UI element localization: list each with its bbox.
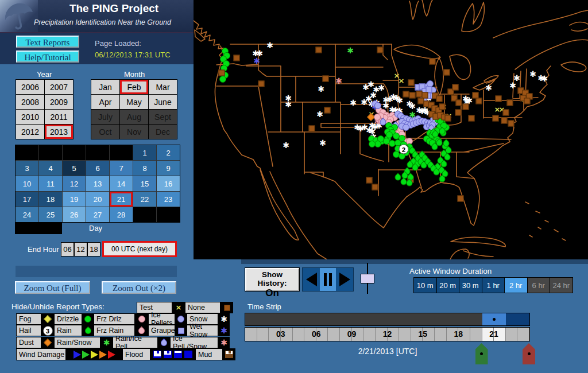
- marker-none[interactable]: [219, 70, 225, 76]
- zoom-out-x2-button[interactable]: Zoom Out (×2): [102, 281, 176, 294]
- marker-none[interactable]: [469, 115, 475, 122]
- legend-icon-cell[interactable]: [41, 313, 54, 325]
- year-2006[interactable]: 2006: [16, 80, 44, 94]
- show-history-toggle[interactable]: Show History: On: [245, 268, 299, 291]
- hour-cell-22[interactable]: [506, 328, 518, 341]
- marker-snow[interactable]: ✱: [396, 96, 403, 104]
- marker-test[interactable]: ×: [399, 77, 405, 84]
- day-20[interactable]: 20: [86, 192, 109, 207]
- day-13[interactable]: 13: [86, 176, 109, 191]
- marker-rain[interactable]: [434, 169, 440, 176]
- marker-none[interactable]: [439, 104, 446, 110]
- legend-label-ice-pellets[interactable]: Ice Pellets: [148, 313, 175, 325]
- marker-none[interactable]: [476, 98, 482, 104]
- marker-snow[interactable]: ✱: [513, 74, 520, 82]
- marker-none[interactable]: [309, 126, 315, 132]
- legend-label-mud[interactable]: Mud: [195, 348, 223, 360]
- day-6[interactable]: 6: [86, 161, 109, 176]
- day-25[interactable]: 25: [39, 207, 62, 222]
- day-19[interactable]: 19: [63, 192, 86, 207]
- marker-none[interactable]: [430, 59, 436, 65]
- marker-none[interactable]: [366, 177, 373, 184]
- legend-icon-cell[interactable]: ✱: [100, 337, 113, 348]
- hour-cell-7[interactable]: [328, 328, 340, 341]
- us-precipitation-map[interactable]: ✱✱✱✱✱✱✱✱✱✱✱✱✱✱✱✱✱✱✱✱✱✱✱✱✱✱✱✱✱✱✱✱✱✱✱✱✱✱✱✱…: [194, 0, 588, 259]
- year-2012[interactable]: 2012: [16, 125, 44, 139]
- pause-button[interactable]: [320, 268, 336, 291]
- marker-none[interactable]: [409, 92, 416, 99]
- marker-none[interactable]: [455, 110, 462, 116]
- marker-snow[interactable]: ✱: [541, 75, 548, 83]
- legend-icon-cell[interactable]: ✱: [218, 325, 230, 336]
- marker-dust[interactable]: [368, 114, 374, 120]
- legend-label-hail[interactable]: Hail: [16, 325, 41, 336]
- day-10[interactable]: 10: [16, 176, 38, 191]
- marker-none[interactable]: [408, 80, 415, 86]
- day-26[interactable]: 26: [63, 207, 86, 222]
- zoom-out-full-button[interactable]: Zoom Out (Full): [15, 281, 90, 294]
- end-hour-12[interactable]: 12: [74, 242, 87, 257]
- legend-label-rain[interactable]: Rain: [54, 325, 82, 336]
- legend-icon-cell[interactable]: [82, 325, 94, 336]
- legend-icon-cell[interactable]: [220, 302, 233, 313]
- marker-snow[interactable]: ✱: [378, 84, 385, 92]
- month-apr[interactable]: Apr: [91, 95, 119, 109]
- help-tutorial-button[interactable]: Help/Tutorial: [16, 50, 79, 63]
- marker-snow[interactable]: ✱: [529, 70, 536, 78]
- duration-20m[interactable]: 20 m: [437, 278, 459, 293]
- day-5[interactable]: 5: [63, 161, 86, 176]
- marker-snow[interactable]: ✱: [283, 141, 289, 149]
- hour-cell-4[interactable]: [293, 328, 305, 341]
- marker-drizzle[interactable]: [219, 76, 226, 83]
- month-mar[interactable]: Mar: [149, 80, 177, 94]
- day-end-pointer[interactable]: [523, 343, 535, 364]
- legend-label-dust[interactable]: Dust: [16, 337, 41, 348]
- marker-none[interactable]: [324, 107, 331, 114]
- legend-label-fog[interactable]: Fog: [16, 313, 41, 325]
- hour-cell-23[interactable]: [517, 328, 529, 341]
- legend-icon-cell[interactable]: [175, 313, 187, 325]
- hour-cell-13[interactable]: [399, 328, 411, 341]
- legend-label-rain-ice-pell-[interactable]: Rain/Ice Pell.: [113, 337, 158, 348]
- marker-snow[interactable]: ✱: [285, 100, 292, 108]
- legend-icon-cell[interactable]: [135, 313, 148, 325]
- marker-none[interactable]: [507, 100, 513, 106]
- marker-rain[interactable]: [439, 176, 446, 182]
- duration-1hr[interactable]: 1 hr: [482, 278, 505, 293]
- day-21[interactable]: 21: [110, 192, 133, 207]
- day-28[interactable]: 28: [110, 207, 133, 222]
- legend-label-none[interactable]: None: [185, 302, 220, 313]
- marker-none[interactable]: [524, 98, 531, 104]
- day-8[interactable]: 8: [133, 161, 156, 176]
- marker-none[interactable]: [493, 115, 499, 122]
- year-2008[interactable]: 2008: [16, 95, 44, 109]
- marker-snow[interactable]: ✱: [361, 98, 368, 106]
- marker-none[interactable]: [372, 184, 378, 191]
- legend-label-ice-pell-snow[interactable]: Ice Pell./Snow: [170, 337, 218, 348]
- day-7[interactable]: 7: [110, 161, 133, 176]
- marker-none[interactable]: [436, 96, 443, 102]
- marker-none[interactable]: [503, 110, 509, 116]
- legend-icon-cell[interactable]: 3: [41, 325, 54, 336]
- marker-snow[interactable]: ✱: [350, 99, 357, 107]
- legend-label-wind-damage[interactable]: Wind Damage: [16, 348, 66, 360]
- marker-rain[interactable]: [407, 180, 413, 187]
- marker-none[interactable]: [496, 96, 502, 102]
- legend-icon-cell[interactable]: [150, 348, 195, 360]
- year-2013[interactable]: 2013: [45, 125, 73, 139]
- marker-none[interactable]: [456, 100, 462, 106]
- hour-cell-10[interactable]: [363, 328, 376, 341]
- day-18[interactable]: 18: [39, 192, 62, 207]
- month-jan[interactable]: Jan: [91, 80, 119, 94]
- marker-none[interactable]: [452, 84, 459, 91]
- marker-none[interactable]: [501, 118, 508, 124]
- day-9[interactable]: 9: [157, 161, 180, 176]
- hour-cell-19[interactable]: [470, 328, 482, 341]
- marker-rain[interactable]: [439, 129, 446, 135]
- end-hour-06[interactable]: 06: [61, 242, 74, 257]
- month-may[interactable]: May: [120, 95, 148, 109]
- marker-ip-snow[interactable]: ✱: [335, 77, 342, 85]
- day-17[interactable]: 17: [16, 192, 38, 207]
- month-feb[interactable]: Feb: [120, 80, 148, 94]
- day-16[interactable]: 16: [157, 176, 180, 191]
